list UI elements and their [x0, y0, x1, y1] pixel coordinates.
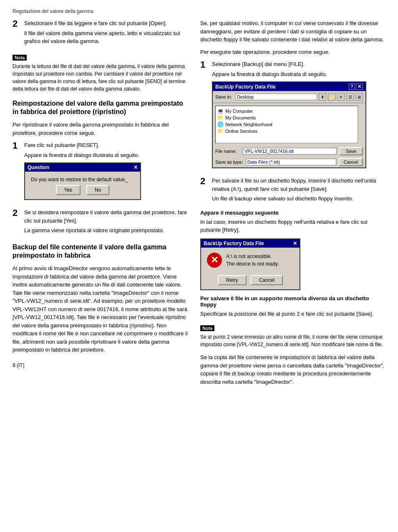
question-dialog-title: Question: [28, 165, 49, 170]
right-column: Se, per qualsiasi motivo, il computer in…: [200, 19, 385, 390]
file-name-mydocuments: My Documents: [225, 115, 256, 120]
left-step1-number: 1: [13, 141, 21, 204]
file-item-network[interactable]: 🌐 Network Neighborhood: [217, 121, 356, 128]
file-list: 💻 My Computer 📁 My Documents 🌐 Network N…: [215, 106, 358, 143]
question-dialog-titlebar: Question ✕: [25, 163, 140, 172]
toolbar-btn-5[interactable]: ⊞: [355, 93, 363, 101]
backup-dialog-main: 💻 My Computer 📁 My Documents 🌐 Network N…: [213, 103, 365, 146]
error-cancel-button[interactable]: Cancel: [251, 275, 283, 285]
savein-input[interactable]: [235, 94, 317, 100]
toolbar-btn-3[interactable]: ✕: [337, 93, 345, 101]
error-dialog-titlebar: BackUp Factory Data File ✕: [201, 239, 300, 248]
step-2-intro: Selezionare il file da leggere e fare cl…: [24, 19, 188, 28]
left-column: 2 Selezionare il file da leggere e fare …: [13, 19, 188, 390]
file-item-mydocuments[interactable]: 📁 My Documents: [217, 114, 356, 121]
filename-label: File name:: [215, 149, 240, 154]
file-icon-network: 🌐: [217, 122, 224, 127]
left-step2-text: Se si desidera reimpostare il valore del…: [24, 208, 188, 225]
page-footer: 8 (IT): [13, 362, 188, 368]
backup-dialog-side-buttons: [360, 103, 365, 146]
step-2-number: 2: [13, 19, 21, 47]
toolbar-btn-4[interactable]: ☰: [346, 93, 354, 101]
right-step1-sub: Appare la finestra di dialogo illustrata…: [212, 70, 385, 79]
backup-dialog-help[interactable]: ?: [349, 84, 355, 90]
save-heading: Per salvare il file in un supporto memor…: [200, 295, 385, 308]
right-step1-text: Selezionare [Backup] dal menu [FILE].: [212, 60, 385, 68]
right-step1-content: Selezionare [Backup] dal menu [FILE]. Ap…: [212, 60, 385, 172]
error-dialog-close[interactable]: ✕: [293, 241, 297, 246]
error-icon: ✕: [207, 253, 222, 268]
savetype-row: Save as type: Cancel: [213, 157, 365, 167]
backup-dialog-close[interactable]: ✕: [356, 84, 363, 90]
error-heading: Appare il messaggio seguente: [200, 210, 385, 216]
file-icon-mycomputer: 💻: [217, 108, 224, 114]
final-text: Se la copia del file contenente le impos…: [200, 353, 385, 386]
section2-heading: Backup del file contenente il valore del…: [13, 243, 188, 261]
cancel-button[interactable]: Cancel: [339, 158, 363, 166]
question-dialog-close[interactable]: ✕: [134, 165, 138, 170]
breadcrumb: Regolazione del valore della gamma: [13, 8, 385, 14]
left-step1-sub: Appare la finestra di dialogo illustrata…: [24, 151, 188, 160]
error-line1: A:\ is not accessible.: [226, 253, 279, 260]
right-step2-text: Per salvare il file su un dischetto flop…: [212, 177, 385, 193]
nota-label: Nota: [13, 55, 27, 61]
retry-button[interactable]: Retry: [218, 275, 247, 285]
toolbar-btn-1[interactable]: ⬆: [319, 93, 326, 101]
file-item-online[interactable]: 📁 Online Services: [217, 128, 356, 134]
file-name-online: Online Services: [225, 129, 257, 134]
backup-dialog: BackUp Factory Data File ? ✕ Save in: ⬆ …: [212, 81, 366, 168]
file-icon-mydocuments: 📁: [217, 115, 224, 121]
backup-dialog-titlebar: BackUp Factory Data File ? ✕: [213, 82, 365, 91]
left-step2-content: Se si desidera reimpostare il valore del…: [24, 208, 188, 236]
step-2-block: 2 Selezionare il file da leggere e fare …: [13, 19, 188, 47]
left-step1-text: Fare clic sul pulsante [RESET].: [24, 141, 188, 149]
right-intro2: Per eseguire tale operazione, procedere …: [200, 48, 385, 56]
file-item-mycomputer[interactable]: 💻 My Computer: [217, 108, 356, 114]
nota2-label: Nota: [200, 325, 214, 331]
right-step2-number: 2: [200, 177, 209, 205]
left-step2-sub: La gamma viene riportata al valore origi…: [24, 226, 188, 235]
backup-dialog-controls: ? ✕: [349, 84, 363, 90]
error-dialog: BackUp Factory Data File ✕ ✕ A:\ is not …: [200, 238, 300, 290]
step-2-content: Selezionare il file da leggere e fare cl…: [24, 19, 188, 47]
section2-body: Al primo avvio di ImageDirector vengono …: [13, 264, 188, 354]
left-step2-block: 2 Se si desidera reimpostare il valore d…: [13, 208, 188, 236]
error-dialog-title: BackUp Factory Data File: [204, 241, 264, 246]
file-name-mycomputer: My Computer: [225, 109, 253, 114]
error-buttons: Retry Cancel: [201, 273, 300, 289]
question-yes-button[interactable]: Yes: [56, 185, 81, 195]
filename-input[interactable]: [243, 148, 337, 155]
right-step2-block: 2 Per salvare il file su un dischetto fl…: [200, 177, 385, 205]
nota-text: Durante la lettura del file di dati del …: [13, 63, 188, 93]
right-step1-number: 1: [200, 60, 209, 172]
right-step2-content: Per salvare il file su un dischetto flop…: [212, 177, 385, 205]
backup-dialog-toolbar: Save in: ⬆ 📁 ✕ ☰ ⊞: [213, 91, 365, 103]
savein-label: Save in:: [215, 94, 232, 99]
file-name-network: Network Neighborhood: [225, 122, 272, 127]
section1-heading: Reimpostazione del valore della gamma pr…: [13, 99, 188, 117]
question-dialog-body: Do you want to restore to the default va…: [25, 172, 140, 199]
filename-row: File name: Save: [213, 146, 365, 157]
savetype-input[interactable]: [246, 159, 336, 165]
error-line2: The device is not ready.: [226, 260, 279, 268]
question-dialog: Question ✕ Do you want to restore to the…: [24, 162, 141, 200]
backup-dialog-title: BackUp Factory Data File: [215, 84, 276, 90]
question-dialog-text: Do you want to restore to the default va…: [31, 176, 134, 183]
question-dialog-buttons: Yes No: [31, 185, 134, 195]
right-step1-block: 1 Selezionare [Backup] dal menu [FILE]. …: [200, 60, 385, 172]
error-text: A:\ is not accessible. The device is not…: [226, 253, 279, 268]
section1-intro: Per ripristinare il valore della gamma p…: [13, 121, 188, 137]
error-intro: In tal caso, inserire un dischetto flopp…: [200, 218, 385, 234]
right-step2-sub: Un file di backup viene salvato sul disc…: [212, 195, 385, 203]
file-icon-online: 📁: [217, 128, 224, 134]
left-step2-number: 2: [13, 208, 21, 236]
right-intro: Se, per qualsiasi motivo, il computer in…: [200, 19, 385, 44]
toolbar-btn-2[interactable]: 📁: [328, 93, 335, 101]
save-button[interactable]: Save: [339, 147, 363, 155]
left-step1-block: 1 Fare clic sul pulsante [RESET]. Appare…: [13, 141, 188, 204]
error-dialog-body: ✕ A:\ is not accessible. The device is n…: [201, 248, 300, 273]
step-2-desc: Il file del valore della gamma viene ape…: [24, 29, 188, 46]
nota2-text: Se al punto 2 viene immesso un altro nom…: [200, 333, 385, 348]
save-body: Specificare la posizione del file al pun…: [200, 310, 385, 318]
question-no-button[interactable]: No: [86, 185, 109, 195]
